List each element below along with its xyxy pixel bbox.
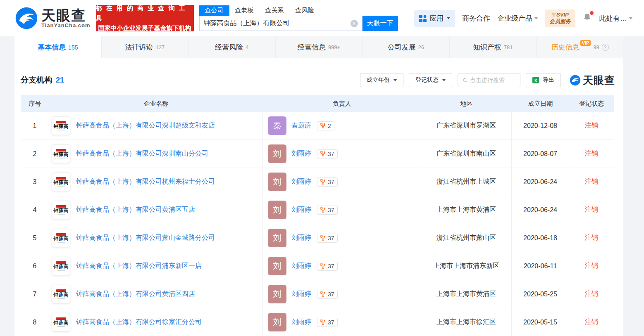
table-search-box[interactable]: [458, 73, 520, 87]
person-link[interactable]: 刘雨婷: [291, 262, 311, 270]
related-companies-badge[interactable]: 37: [317, 177, 338, 187]
person-link[interactable]: 秦蔚蔚: [291, 121, 311, 130]
col-header-person: 负责人: [263, 100, 421, 108]
search-tab-1[interactable]: 查老板: [229, 5, 260, 16]
brand-domain: TianYanCha.com: [41, 22, 91, 28]
table-row: 5 钟薛高 钟薛高食品（上海）有限公司萧山金城路分公司 刘 刘雨婷 37: [21, 224, 614, 252]
tab-label: 公司发展: [388, 43, 416, 52]
table-body: 1 钟薛高 钟薛高食品（上海）有限公司深圳超级文和友店 秦 秦蔚蔚 2: [21, 112, 614, 336]
person-avatar[interactable]: 刘: [268, 144, 286, 163]
person-avatar[interactable]: 刘: [268, 229, 286, 247]
tab-5[interactable]: 知识产权781: [450, 36, 537, 58]
related-companies-badge[interactable]: 2: [317, 121, 334, 130]
table-row: 7 钟薛高 钟薛高食品（上海）有限公司黄浦区四店 刘 刘雨婷 37: [21, 280, 614, 308]
company-link[interactable]: 钟薛高食品（上海）有限公司深圳南山分公司: [76, 149, 208, 158]
company-link[interactable]: 钟薛高食品（上海）有限公司杭州来福士分公司: [76, 177, 215, 186]
enterprise-label: 企业级产品: [497, 14, 532, 23]
company-cell: 钟薛高 钟薛高食品（上海）有限公司黄浦区四店: [49, 280, 263, 308]
filter-year-dropdown[interactable]: 成立年份: [360, 73, 403, 87]
tab-1[interactable]: 法律诉讼127: [102, 36, 189, 58]
logo-text: 钟薛高: [54, 152, 69, 157]
person-link[interactable]: 刘雨婷: [291, 318, 311, 327]
related-count: 37: [328, 263, 334, 270]
person-avatar[interactable]: 刘: [268, 285, 286, 303]
filter-status-label: 登记状态: [415, 76, 439, 84]
tab-3[interactable]: 经营信息999+: [276, 36, 363, 58]
company-cell: 钟薛高 钟薛高食品（上海）有限公司深圳超级文和友店: [49, 112, 263, 140]
status-badge: 注销: [569, 252, 614, 280]
company-logo: 钟薛高: [52, 257, 70, 275]
svip-badge[interactable]: ♕SVIP 会员服务: [545, 9, 575, 27]
person-avatar[interactable]: 刘: [268, 257, 286, 275]
search-tab-0[interactable]: 查公司: [199, 5, 229, 16]
person-avatar[interactable]: 刘: [268, 313, 286, 331]
cooperation-link[interactable]: 商务合作: [462, 14, 490, 23]
company-logo: 钟薛高: [52, 229, 70, 247]
account-menu[interactable]: 此处有…: [599, 14, 632, 23]
cooperation-label: 商务合作: [462, 14, 490, 23]
person-cell: 刘 刘雨婷 37: [263, 224, 421, 252]
enterprise-link[interactable]: 企业级产品: [497, 14, 538, 23]
person-link[interactable]: 刘雨婷: [291, 149, 311, 158]
tab-label: 历史信息: [551, 43, 580, 52]
tab-4[interactable]: 公司发展26: [363, 36, 450, 58]
tianyancha-logo[interactable]: 天眼查 TianYanCha.com: [15, 7, 91, 30]
table-row: 4 钟薛高 钟薛高食品（上海）有限公司黄浦区五店 刘 刘雨婷 37: [21, 196, 614, 224]
tab-2[interactable]: 经营风险4: [188, 36, 276, 58]
related-count: 37: [328, 179, 334, 185]
clear-icon[interactable]: ✕: [351, 20, 358, 27]
search-button[interactable]: 天眼一下: [363, 16, 398, 31]
company-link[interactable]: 钟薛高食品（上海）有限公司深圳超级文和友店: [76, 121, 215, 130]
filter-status-dropdown[interactable]: 登记状态: [409, 73, 452, 87]
person-cell: 刘 刘雨婷 37: [263, 140, 421, 168]
svip-sublabel: 会员服务: [549, 18, 571, 25]
related-companies-badge[interactable]: 37: [317, 318, 338, 327]
help-icon[interactable]: ?: [602, 44, 609, 51]
company-cell: 钟薛高 钟薛高食品（上海）有限公司徐家汇分公司: [49, 308, 263, 336]
notifications-button[interactable]: [582, 12, 592, 24]
crown-icon: ♕: [551, 12, 556, 18]
person-avatar[interactable]: 刘: [268, 173, 286, 191]
table-row: 6 钟薛高 钟薛高食品（上海）有限公司浦东新区一店 刘 刘雨婷 37: [21, 252, 614, 280]
org-chart-icon: [320, 179, 326, 185]
apps-button[interactable]: 应用: [414, 10, 455, 27]
table-search-input[interactable]: [470, 77, 515, 83]
related-companies-badge[interactable]: 37: [317, 149, 338, 159]
tab-label: 经营风险: [215, 43, 243, 52]
related-companies-badge[interactable]: 37: [317, 262, 338, 271]
person-avatar[interactable]: 秦: [268, 116, 286, 135]
notification-dot: [590, 11, 594, 15]
company-link[interactable]: 钟薛高食品（上海）有限公司黄浦区四店: [76, 290, 195, 298]
org-chart-icon: [320, 151, 326, 156]
search-tab-3[interactable]: 查风险: [290, 5, 320, 16]
related-companies-badge[interactable]: 37: [317, 234, 338, 243]
org-chart-icon: [320, 263, 326, 269]
search-tabs: 查公司查老板查关系查风险: [199, 5, 398, 16]
region-cell: 广东省深圳市罗湖区: [421, 112, 512, 140]
company-link[interactable]: 钟薛高食品（上海）有限公司黄浦区五店: [76, 206, 195, 214]
person-link[interactable]: 刘雨婷: [291, 177, 311, 186]
export-button[interactable]: x 导出: [526, 73, 561, 87]
date-cell: 2020-06-11: [512, 252, 569, 280]
logo-sub-mark: [57, 242, 65, 243]
person-link[interactable]: 刘雨婷: [291, 290, 311, 298]
person-avatar[interactable]: 刘: [268, 201, 286, 219]
tab-6[interactable]: 历史信息VIP99?: [537, 36, 623, 58]
related-companies-badge[interactable]: 37: [317, 206, 338, 215]
brand-name: 天眼查: [41, 8, 91, 22]
search-input[interactable]: [204, 20, 351, 27]
tab-count: 127: [156, 44, 165, 50]
logo-sub-mark: [57, 158, 65, 159]
row-number: 7: [21, 280, 49, 308]
related-companies-badge[interactable]: 37: [317, 290, 338, 299]
status-badge: 注销: [569, 140, 614, 168]
company-link[interactable]: 钟薛高食品（上海）有限公司萧山金城路分公司: [76, 234, 215, 242]
person-link[interactable]: 刘雨婷: [291, 206, 311, 214]
person-link[interactable]: 刘雨婷: [291, 234, 311, 242]
company-link[interactable]: 钟薛高食品（上海）有限公司浦东新区一店: [76, 262, 202, 270]
company-link[interactable]: 钟薛高食品（上海）有限公司徐家汇分公司: [76, 318, 202, 327]
svip-label: SVIP: [556, 12, 569, 18]
tab-label: 法律诉讼: [125, 43, 153, 52]
tab-0[interactable]: 基本信息155: [14, 36, 102, 58]
search-tab-2[interactable]: 查关系: [260, 5, 290, 16]
